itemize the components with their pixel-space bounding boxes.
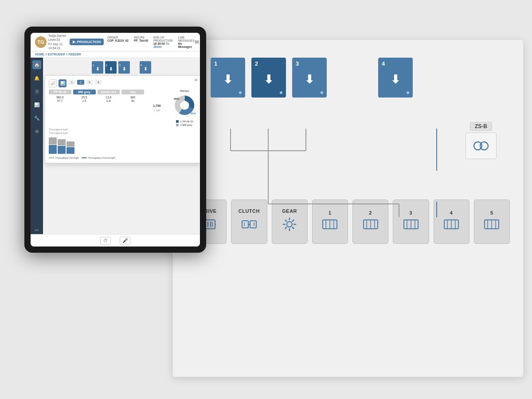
feeder-card-2[interactable]: 2 ⬇ (251, 58, 286, 98)
production-button[interactable]: ▶ PRODUCTION (70, 39, 104, 45)
tablet-main: 1 ⬇ 2 ⬇ 3 ⬇ 4 (43, 58, 200, 234)
col-val-3b: 0.8 (98, 99, 120, 102)
tablet-device: TG Tanja Garner Level 02 Fri Sep 11 10:5… (24, 27, 206, 253)
tab-1[interactable]: 1 (68, 80, 75, 85)
zsb-section: ZS-B (466, 122, 497, 159)
bottom-card-gear[interactable]: GEAR (272, 200, 308, 244)
total-val: 1,700 (153, 104, 161, 107)
clutch-label: CLUTCH (239, 208, 260, 214)
msg-info: LINE MESSAGES No Messages (178, 36, 195, 48)
play-icon: ▶ (73, 40, 75, 44)
pie-pct1: 38% (174, 98, 179, 100)
bar-col-3 (66, 141, 74, 154)
barrel-icon-5 (484, 218, 500, 233)
bg-panel: 1 ⬇ 2 ⬇ 3 ⬇ 4 ⬇ ZS-B (173, 40, 523, 377)
col-val-4b: 40 (121, 99, 144, 102)
zsb-label: ZS-B (470, 122, 492, 131)
bar-actual-3 (66, 147, 74, 154)
barrel-label-3: 3 (410, 210, 413, 215)
tablet-body: 🏠 🔔 ☰ 📊 🔧 ⚙ EN 1 ⬇ (31, 58, 200, 234)
pie-chart: 38% 20% (172, 93, 197, 119)
feeder-card-4[interactable]: 4 ⬇ (378, 58, 413, 98)
feeder-icon-2: ⬇ (264, 73, 274, 86)
barrel-icon-3 (403, 218, 419, 233)
sidebar-alert-icon[interactable]: 🔔 (32, 74, 41, 82)
svg-rect-20 (250, 221, 256, 228)
svg-point-46 (180, 101, 189, 110)
chart-label-actual: Throughput Actual kg/h (82, 156, 115, 159)
barrel-label-2: 2 (369, 210, 372, 215)
feeder-card-3[interactable]: 3 ⬇ (292, 58, 327, 98)
small-feeder-4[interactable]: 4 ⬇ (140, 61, 151, 74)
bar-actual-2 (58, 146, 66, 154)
svg-rect-19 (242, 221, 248, 228)
col-talc: Talc 680 40 (121, 90, 144, 126)
bottom-card-barrel-1[interactable]: 1 (312, 200, 348, 244)
zsb-box[interactable] (466, 133, 497, 159)
breadcrumb: HOME > EXTRUDER > FEEDER (31, 51, 200, 58)
bar-col-1 (49, 137, 57, 154)
popup-tabs: 1 2 3 4 (68, 80, 102, 85)
sidebar-wrench-icon[interactable]: 🔧 (32, 113, 41, 122)
gear-icon (282, 216, 297, 235)
user-info: Tanja Garner Level 02 Fri Sep 11 10:54:2… (48, 34, 66, 50)
legend-dot-2 (176, 124, 179, 126)
popup-icon-btn-2[interactable]: 📊 (59, 79, 66, 87)
sidebar-list-icon[interactable]: ☰ (32, 87, 41, 96)
legend-item-2: 2 MB grey (176, 124, 193, 126)
col-val-2a: 25.5 (73, 96, 96, 99)
legend-dot-1 (176, 120, 179, 123)
data-popup: ✕ 📈 📊 1 2 3 4 (45, 75, 200, 163)
throughput-label-2: Throughput kg/h (49, 132, 73, 134)
tab-4[interactable]: 4 (95, 80, 102, 85)
chart-labels: Throughput Set kg/h Throughput Actual kg… (49, 156, 197, 159)
legend-item-1: 1 PP Mi 20 (176, 120, 193, 123)
bar-chart (49, 136, 197, 154)
throughput-label-1: Throughput kg/h (49, 128, 73, 131)
small-feeder-1[interactable]: 1 ⬇ (92, 61, 103, 74)
feeder-dot-1 (239, 91, 242, 94)
barrel-icon-1 (322, 218, 338, 233)
user-level: Level 02 (48, 38, 66, 42)
message-icon[interactable]: ✉ (195, 39, 199, 45)
bottom-card-barrel-2[interactable]: 2 (352, 200, 388, 244)
user-avatar: TG (35, 36, 47, 48)
toolbar-btn-1[interactable]: ⏱ (100, 237, 111, 245)
feeder-card-1[interactable]: 1 ⬇ (211, 58, 245, 98)
bar-set-1 (49, 137, 57, 145)
col-val-4a: 680 (121, 96, 144, 99)
bottom-card-barrel-3[interactable]: 3 (393, 200, 429, 244)
small-feeder-3[interactable]: 3 ⬇ (118, 61, 130, 74)
feeder-num-4: 4 (382, 60, 385, 67)
popup-close-button[interactable]: ✕ (194, 78, 198, 82)
user-time: 10:54:21 (48, 46, 66, 50)
tab-2[interactable]: 2 (77, 80, 84, 85)
bottom-card-barrel-4[interactable]: 4 (434, 200, 469, 244)
col-header-1: PP Mi 20 (49, 90, 71, 94)
bar-set-2 (58, 139, 66, 145)
bottom-card-barrel-5[interactable]: 5 (474, 200, 510, 244)
sidebar-settings-icon[interactable]: ⚙ (32, 127, 41, 136)
barrel-icon-4 (443, 218, 459, 233)
gear-label: GEAR (282, 208, 297, 214)
barrel-label-5: 5 (490, 210, 493, 215)
feeder-num-3: 3 (296, 60, 299, 67)
toolbar-btn-2[interactable]: 🎤 (120, 237, 130, 245)
sidebar-home-icon[interactable]: 🏠 (32, 60, 41, 69)
popup-icon-btn-1[interactable]: 📈 (49, 79, 57, 87)
feeder-icon-1: ⬇ (223, 73, 233, 86)
col-val-1a: 980.9 (49, 96, 71, 99)
header-info: ORDER COP_K2019_02 RECIPE PP_Talc40 END … (107, 36, 194, 48)
svg-point-13 (480, 142, 488, 150)
order-info: ORDER COP_K2019_02 (107, 36, 129, 48)
sidebar-lang[interactable]: EN (35, 229, 39, 231)
bottom-card-clutch[interactable]: CLUTCH (231, 200, 267, 244)
feeder-dot-3 (321, 91, 323, 94)
small-feeder-2[interactable]: 2 ⬇ (105, 61, 117, 74)
sidebar-chart-icon[interactable]: 📊 (32, 100, 41, 109)
col-val-1b: 57.7 (49, 99, 71, 102)
barrel-label-4: 4 (450, 210, 453, 215)
tab-3[interactable]: 3 (86, 80, 93, 85)
user-name: Tanja Garner (48, 34, 66, 38)
recipe-info: RECIPE PP_Talc40 (134, 36, 148, 48)
